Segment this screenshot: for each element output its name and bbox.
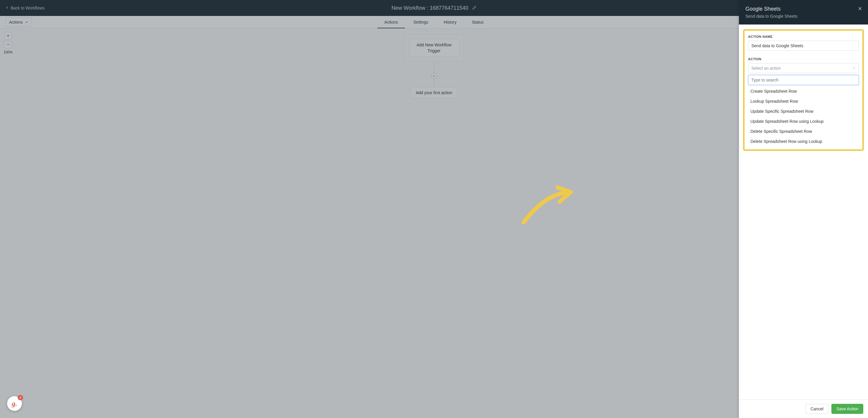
option-update-specific-row[interactable]: Update Specific Spreadsheet Row xyxy=(748,106,859,116)
option-lookup-row[interactable]: Lookup Spreadsheet Row xyxy=(748,96,859,106)
option-label: Delete Spreadsheet Row using Lookup xyxy=(750,139,822,144)
option-label: Lookup Spreadsheet Row xyxy=(750,99,798,104)
action-name-input[interactable] xyxy=(748,41,859,51)
option-label: Update Specific Spreadsheet Row xyxy=(750,109,813,114)
cancel-button-label: Cancel xyxy=(810,407,824,411)
panel-title: Google Sheets xyxy=(745,6,862,12)
action-label: ACTION xyxy=(748,57,859,61)
option-label: Delete Specific Spreadsheet Row xyxy=(750,129,812,134)
panel-subtitle: Send data to Google Sheets xyxy=(745,14,862,19)
cancel-button[interactable]: Cancel xyxy=(805,404,829,414)
panel-body: ACTION NAME ACTION Select an action Crea… xyxy=(739,25,868,399)
option-label: Update Spreadsheet Row using Lookup xyxy=(750,119,824,124)
close-panel-button[interactable] xyxy=(857,6,863,12)
highlighted-section: ACTION NAME ACTION Select an action Crea… xyxy=(743,29,864,151)
panel-header: Google Sheets Send data to Google Sheets xyxy=(739,0,868,25)
side-panel: Google Sheets Send data to Google Sheets… xyxy=(739,0,868,418)
save-action-button[interactable]: Save Action xyxy=(831,404,863,414)
option-update-row-lookup[interactable]: Update Spreadsheet Row using Lookup xyxy=(748,116,859,126)
option-label: Create Spreadsheet Row xyxy=(750,89,797,94)
option-delete-row-lookup[interactable]: Delete Spreadsheet Row using Lookup xyxy=(748,136,859,147)
action-name-label: ACTION NAME xyxy=(748,35,859,38)
options-list: Create Spreadsheet Row Lookup Spreadshee… xyxy=(748,86,859,147)
modal-overlay[interactable] xyxy=(0,0,868,418)
option-create-row[interactable]: Create Spreadsheet Row xyxy=(748,86,859,96)
chat-widget-glyph: g. xyxy=(12,400,17,407)
action-select-placeholder: Select an action xyxy=(751,66,781,70)
select-caret-icon xyxy=(852,66,856,70)
panel-footer: Cancel Save Action xyxy=(739,399,868,418)
chat-widget-button[interactable]: g. 8 xyxy=(7,396,22,411)
action-search-input[interactable] xyxy=(748,75,859,85)
action-select[interactable]: Select an action xyxy=(748,63,859,73)
chat-badge: 8 xyxy=(18,395,23,400)
option-delete-specific-row[interactable]: Delete Specific Spreadsheet Row xyxy=(748,126,859,136)
save-button-label: Save Action xyxy=(836,407,858,411)
